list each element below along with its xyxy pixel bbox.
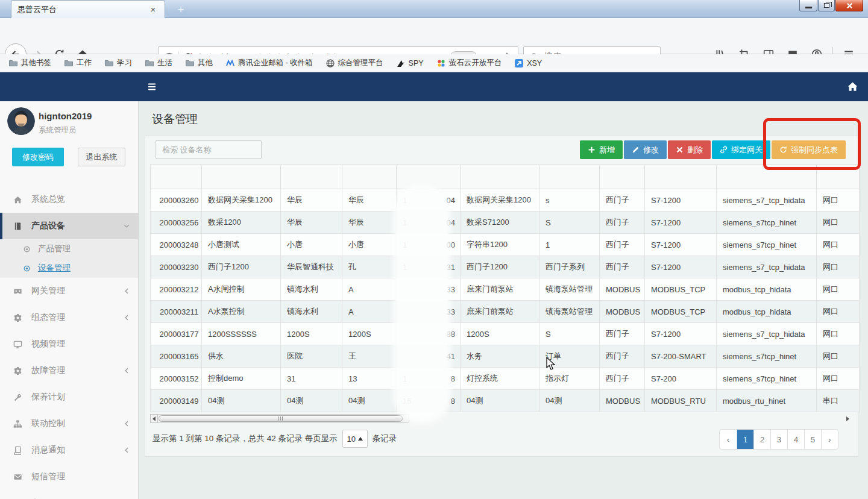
restore-button[interactable] (818, 0, 835, 11)
chevron-down-icon (123, 222, 130, 230)
column-header[interactable] (600, 165, 645, 189)
device-search-input[interactable] (156, 140, 262, 159)
delete-button[interactable]: 删除 (668, 140, 711, 159)
app-home-icon[interactable] (847, 81, 858, 92)
bookmark-label: 工作 (77, 58, 92, 68)
column-header[interactable] (202, 165, 281, 189)
close-button[interactable] (835, 0, 863, 11)
sidebar-item-scada-mgmt[interactable]: 组态管理 (0, 304, 139, 331)
sidebar-item-video-mgmt[interactable]: 视频管理 (0, 331, 139, 357)
sidebar-item-linkage-control[interactable]: 联动控制 (0, 410, 139, 437)
red-annotation-box (763, 118, 861, 170)
browser-tab[interactable]: 思普云平台 × (11, 0, 165, 18)
bookmark-XSY[interactable]: XSY (514, 58, 542, 68)
bookmarks-bar: 其他书签 工作 学习 生活 其他 腾讯企业邮箱 - 收件箱 综合管理平台 SPY… (0, 54, 868, 72)
sidebar-item-product-mgmt[interactable]: 产品管理 (0, 239, 139, 259)
bookmark-腾讯企业邮箱 - 收件箱[interactable]: 腾讯企业邮箱 - 收件箱 (225, 58, 313, 68)
gear-icon (13, 313, 22, 322)
table-row[interactable]: 200003230 西门子1200 华辰智通科技 孔 131 西门子1200 西… (151, 256, 860, 278)
button-label: 新增 (599, 145, 615, 155)
table-row[interactable]: 200003212 A水闸控制 镇海水利 A 33 庶来门前泵站 镇海泵站管理 … (151, 278, 860, 301)
page-number: 3 (777, 435, 781, 444)
logout-button[interactable]: 退出系统 (78, 148, 125, 166)
sidebar-item-message-notify[interactable]: 消息通知 (0, 437, 139, 463)
page-button-1[interactable]: 1 (737, 430, 753, 449)
bookmark-综合管理平台[interactable]: 综合管理平台 (326, 58, 383, 68)
avatar[interactable] (7, 107, 35, 135)
table-row[interactable]: 200003165 供水 医院 王 41 水务 订单 西门子 S7-200-SM… (151, 345, 860, 368)
column-header[interactable] (281, 165, 342, 189)
scroll-right-arrow[interactable] (846, 416, 852, 421)
bookmark-label: 萤石云开放平台 (449, 58, 502, 68)
chevron-left-icon (123, 314, 130, 321)
page-button-4[interactable]: 4 (787, 430, 804, 449)
pagination: ‹12345› (719, 429, 838, 450)
wrench-icon (13, 393, 22, 402)
menu-item-label: 产品设备 (31, 221, 65, 231)
sidebar-toggle-icon[interactable] (147, 82, 157, 92)
page-size-value: 10 (347, 435, 356, 444)
tab-close-button[interactable]: × (148, 4, 159, 14)
change-password-button[interactable]: 修改密码 (12, 148, 64, 166)
scrollbar-thumb[interactable] (159, 415, 403, 422)
scrollbar-track[interactable] (158, 414, 409, 423)
page-button-2[interactable]: 2 (753, 430, 770, 449)
bookmark-SPY[interactable]: SPY (396, 58, 424, 68)
sidebar: hignton2019 系统管理员 修改密码 退出系统 系统总览 产品设备 产品… (0, 101, 139, 499)
table-row[interactable]: 200003211 A水泵控制 镇海水利 A 33 庶来门前泵站 镇海泵站管理 … (151, 301, 860, 323)
app-navbar (0, 72, 868, 101)
edit-button[interactable]: 修改 (624, 140, 667, 159)
sidebar-item-workshop-mgmt[interactable]: 车间管理 (0, 490, 139, 499)
folder-icon (104, 58, 114, 68)
sidebar-item-fault-mgmt[interactable]: 故障管理 (0, 357, 139, 384)
sitemap-icon (13, 419, 22, 428)
sidebar-item-device-mgmt[interactable]: 设备管理 (0, 259, 139, 278)
table-row[interactable]: 200003152 控制demo 31 13 18 灯控系统 指示灯 西门子 S… (151, 368, 860, 390)
folder-icon (8, 58, 18, 68)
bookmark-学习[interactable]: 学习 (104, 58, 132, 68)
add-button[interactable]: 新增 (580, 140, 623, 159)
bookmark-其他书签[interactable]: 其他书签 (8, 58, 51, 68)
bookmark-生活[interactable]: 生活 (145, 58, 172, 68)
table-row[interactable]: 200003256 数采1200 华辰 华辰 104 数采S71200 S 西门… (151, 212, 860, 234)
table-row[interactable]: 200003177 1200SSSSSS 1200S 1200S 88 1200… (151, 323, 860, 345)
sidebar-item-overview[interactable]: 系统总览 (0, 186, 139, 213)
sidebar-item-gateway-mgmt[interactable]: 网关管理 (0, 278, 139, 304)
column-header[interactable] (539, 165, 600, 189)
table-row[interactable]: 200003149 04测 04测 04测 158 04测 04测 MODBUS… (151, 390, 860, 412)
minimize-button[interactable] (799, 0, 817, 11)
bookmark-其他[interactable]: 其他 (185, 58, 213, 68)
column-header[interactable] (645, 165, 717, 189)
menu-item-label: 视频管理 (31, 339, 65, 350)
menu-item-label: 联动控制 (31, 418, 65, 429)
page-button-3[interactable]: 3 (770, 430, 787, 449)
sidebar-item-maintenance-plan[interactable]: 保养计划 (0, 384, 139, 410)
page-title: 设备管理 (152, 111, 198, 127)
restore-icon (824, 3, 829, 8)
sidebar-item-product-device[interactable]: 产品设备 (0, 213, 139, 239)
column-header[interactable] (461, 165, 539, 189)
bind-gateway-button[interactable]: 绑定网关 (712, 140, 770, 159)
page-size-select[interactable]: 10 (342, 430, 368, 448)
bookmark-工作[interactable]: 工作 (64, 58, 92, 68)
button-label: 绑定网关 (731, 145, 763, 155)
table-row[interactable]: 200003248 小唐测试 小唐 小唐 100 字符串1200 1 西门子 S… (151, 234, 860, 256)
page-button-›[interactable]: › (821, 430, 838, 449)
scroll-left-arrow[interactable] (150, 414, 158, 423)
menu-item-label: 消息通知 (31, 445, 65, 456)
menu-item-label: 系统总览 (31, 194, 65, 205)
sidebar-item-sms-mgmt[interactable]: 短信管理 (0, 463, 139, 490)
table-row[interactable]: 200003260 数据网关采集1200 华辰 华辰 104 数据网关采集120… (151, 189, 860, 212)
page-button-‹[interactable]: ‹ (720, 430, 737, 449)
horizontal-scrollbar[interactable] (150, 414, 409, 423)
page-button-5[interactable]: 5 (804, 430, 821, 449)
column-header[interactable] (342, 165, 397, 189)
column-header[interactable] (151, 165, 202, 189)
bookmark-萤石云开放平台[interactable]: 萤石云开放平台 (436, 58, 502, 68)
folder-icon (185, 58, 195, 68)
menu-item-label: 网关管理 (31, 286, 65, 297)
chevron-left-icon (123, 367, 130, 374)
close-icon (846, 2, 853, 9)
link-icon (720, 146, 728, 154)
new-tab-button[interactable]: + (172, 2, 189, 17)
